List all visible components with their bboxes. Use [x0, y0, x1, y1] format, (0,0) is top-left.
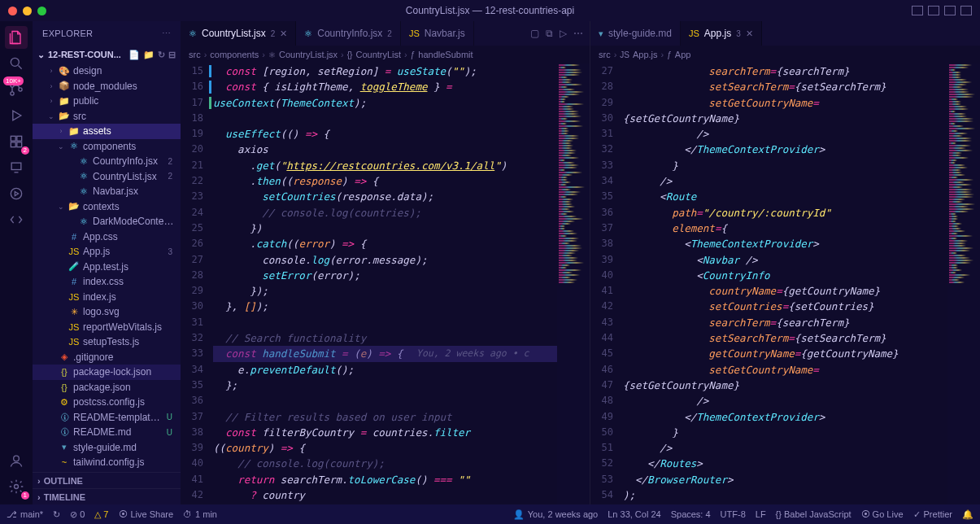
line-number[interactable]: 41 — [181, 472, 213, 487]
account-icon[interactable] — [5, 449, 28, 472]
breadcrumbs-left[interactable]: src›components›⚛CountryList.jsx›{}Countr… — [181, 46, 590, 63]
code-editor-left[interactable]: 15 const [region, setRegion] = useState(… — [181, 63, 590, 504]
close-tab-icon[interactable]: ✕ — [280, 28, 287, 39]
tree-item[interactable]: ⚙postcss.config.js — [33, 395, 181, 410]
code-line[interactable]: setCountries(response.data); — [213, 189, 557, 204]
tab-action-icon[interactable]: ⧉ — [546, 28, 553, 39]
code-line[interactable] — [213, 111, 557, 126]
code-line[interactable]: searchTerm={searchTerm} — [623, 315, 947, 330]
line-number[interactable]: 15 — [181, 63, 213, 79]
code-line[interactable]: : country.name.common.toLowerCase(). — [213, 503, 557, 504]
code-line[interactable]: setError(error); — [213, 268, 557, 283]
code-line[interactable]: </Routes> — [623, 456, 947, 471]
code-line[interactable]: path="/country/:countryId" — [623, 205, 947, 221]
code-line[interactable] — [213, 315, 557, 330]
notifications-icon[interactable]: 🔔 — [962, 509, 973, 520]
code-line[interactable]: e.preventDefault(); — [213, 362, 557, 378]
tree-item[interactable]: ⚛CountryInfo.jsx2 — [33, 154, 181, 169]
eol-indicator[interactable]: LF — [756, 509, 766, 520]
code-line[interactable]: axios — [213, 142, 557, 157]
code-line[interactable]: setCountries={setCountries} — [623, 299, 947, 314]
code-line[interactable]: }, []); — [213, 299, 557, 314]
line-number[interactable]: 28 — [181, 268, 213, 283]
line-number[interactable]: 36 — [590, 205, 623, 221]
line-number[interactable]: 26 — [181, 236, 213, 251]
breadcrumb-item[interactable]: App — [675, 50, 691, 59]
code-line[interactable]: setGetCountryName= — [623, 362, 947, 378]
tree-item[interactable]: {}package-lock.json — [33, 365, 181, 380]
line-number[interactable]: 35 — [590, 189, 623, 204]
code-line[interactable]: }); — [213, 283, 557, 299]
code-line[interactable]: setSearchTerm={setSearchTerm} — [623, 330, 947, 346]
line-number[interactable]: 54 — [590, 487, 623, 503]
line-number[interactable]: 25 — [181, 221, 213, 236]
minimap-right[interactable] — [947, 63, 980, 504]
git-blame[interactable]: 👤 You, 2 weeks ago — [513, 509, 598, 520]
line-number[interactable]: 37 — [181, 409, 213, 425]
explorer-more-icon[interactable]: ⋯ — [162, 28, 171, 39]
code-line[interactable]: }) — [213, 221, 557, 236]
tree-item[interactable]: ~tailwind.config.js — [33, 455, 181, 470]
tree-item[interactable]: ›📁public — [33, 94, 181, 109]
indent-indicator[interactable]: Spaces: 4 — [671, 509, 711, 520]
code-line[interactable]: .then((response) => { — [213, 173, 557, 189]
line-number[interactable]: 51 — [590, 440, 623, 456]
code-line[interactable]: /> — [623, 440, 947, 456]
line-number[interactable]: 34 — [181, 362, 213, 378]
code-line[interactable]: ((country) => { — [213, 440, 557, 456]
new-file-icon[interactable]: 📄 — [128, 50, 140, 60]
tree-item[interactable]: JSindex.js — [33, 290, 181, 305]
tree-item[interactable]: ⚛DarkModeContext.jsx — [33, 214, 181, 229]
line-number[interactable]: 32 — [590, 142, 623, 157]
code-line[interactable]: } — [623, 158, 947, 173]
code-line[interactable]: <ThemeContextProvider> — [623, 236, 947, 251]
minimap-left[interactable] — [557, 63, 590, 504]
line-number[interactable]: 16 — [181, 79, 213, 94]
liveshare-button[interactable]: ⦿ Live Share — [119, 509, 174, 519]
collapse-icon[interactable]: ⊟ — [168, 50, 176, 60]
git-lens[interactable]: You, 2 weeks ago • c — [416, 347, 529, 359]
breadcrumb-item[interactable]: src — [189, 50, 201, 59]
explorer-icon[interactable] — [5, 26, 28, 49]
line-number[interactable]: 23 — [181, 189, 213, 204]
code-line[interactable]: /> — [623, 393, 947, 408]
line-number[interactable]: 45 — [590, 346, 623, 361]
sync-button[interactable]: ↻ — [53, 509, 60, 520]
tree-item[interactable]: 🛈README.mdU — [33, 425, 181, 440]
code-line[interactable]: const [region, setRegion] = useState("")… — [213, 63, 557, 79]
timeline-header[interactable]: ›TIMELINE — [33, 488, 181, 504]
git-branch[interactable]: ⎇ main* — [7, 509, 43, 520]
line-number[interactable]: 27 — [181, 252, 213, 268]
tree-item[interactable]: ✳logo.svg — [33, 304, 181, 320]
code-line[interactable]: // Search functionality — [213, 330, 557, 346]
breadcrumb-item[interactable]: App.js — [633, 50, 658, 59]
tree-item[interactable]: ›📁assets — [33, 124, 181, 139]
line-number[interactable]: 48 — [590, 393, 623, 408]
code-line[interactable]: // console.log(countries); — [213, 205, 557, 221]
outline-header[interactable]: ›OUTLINE — [33, 472, 181, 488]
code-line[interactable]: <CountryInfo — [623, 268, 947, 283]
split-editor-icon[interactable] — [944, 6, 956, 15]
line-number[interactable]: 22 — [181, 173, 213, 189]
toggle-sidebar-icon[interactable] — [928, 6, 939, 15]
line-number[interactable]: 19 — [181, 126, 213, 142]
code-line[interactable]: } — [623, 425, 947, 440]
warning-count[interactable]: △ 7 — [94, 509, 108, 520]
line-number[interactable]: 46 — [590, 362, 623, 378]
line-number[interactable]: 37 — [590, 221, 623, 236]
tab[interactable]: ▾style-guide.md — [590, 21, 681, 46]
code-line[interactable]: console.log(error.message); — [213, 252, 557, 268]
code-line[interactable]: {setGetCountryName} — [623, 111, 947, 126]
tree-item[interactable]: ⌄📂src — [33, 109, 181, 124]
error-count[interactable]: ⊘ 0 — [70, 509, 85, 520]
tab[interactable]: ⚛CountryInfo.jsx2 — [296, 21, 401, 46]
tab-action-icon[interactable]: ▷ — [560, 28, 567, 39]
tree-item[interactable]: JSreportWebVitals.js — [33, 320, 181, 335]
source-control-icon[interactable]: 10K+ — [5, 78, 28, 101]
tab-action-icon[interactable]: ▢ — [530, 28, 539, 39]
tree-item[interactable]: ›📦node_modules — [33, 79, 181, 94]
golive-button[interactable]: ⦿ Go Live — [861, 509, 904, 520]
code-editor-right[interactable]: 27 searchTerm={searchTerm}28 setSearchTe… — [590, 63, 980, 504]
minimize-window-button[interactable] — [23, 7, 32, 15]
line-number[interactable]: 33 — [181, 346, 213, 361]
